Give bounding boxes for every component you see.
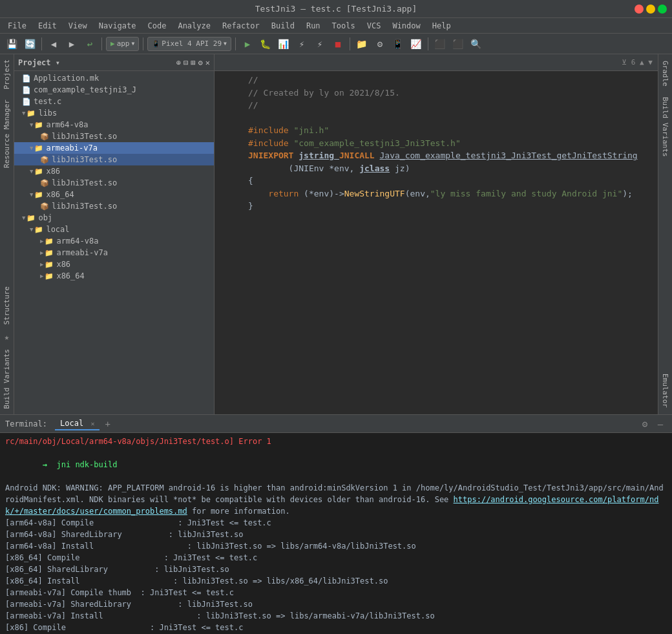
settings-icon[interactable]: ⚙ xyxy=(198,58,203,67)
back-button[interactable]: ◀ xyxy=(46,36,61,52)
tree-label-x86-64-obj: x86_64 xyxy=(56,271,84,280)
toolbar-separator-4 xyxy=(235,37,236,50)
tree-item-test-c[interactable]: 📄 test.c xyxy=(14,96,214,107)
tree-item-libs[interactable]: ▼ 📁 libs xyxy=(14,107,214,119)
tree-item-x86-64[interactable]: ▼ 📁 x86_64 xyxy=(14,189,214,200)
minimize-button[interactable] xyxy=(646,5,655,14)
terminal-content[interactable]: rc/main/obj/Local/arm64-v8a/objs/Jni3Tes… xyxy=(0,433,672,634)
arrow-armeabi-obj: ▶ xyxy=(40,249,43,256)
tree-item-libjni3-x86[interactable]: 📦 libJni3Test.so xyxy=(14,177,214,189)
menu-run[interactable]: Run xyxy=(301,20,326,32)
search-button[interactable]: 🔍 xyxy=(468,36,484,52)
code-line-4 xyxy=(215,112,658,125)
terminal-line-2: [arm64-v8a] SharedLibrary : libJni3Test.… xyxy=(5,529,667,540)
app-dropdown-arrow: ▼ xyxy=(132,41,135,47)
tree-item-libjni3-x86-64[interactable]: 📦 libJni3Test.so xyxy=(14,200,214,212)
undo-button[interactable]: ↩ xyxy=(82,36,98,52)
tree-item-armeabi-obj[interactable]: ▶ 📁 armeabi-v7a xyxy=(14,247,214,259)
tree-item-arm64-v8a[interactable]: ▼ 📁 arm64-v8a xyxy=(14,119,214,131)
menu-vcs[interactable]: VCS xyxy=(362,20,386,32)
sdk-manager[interactable]: ⚙ xyxy=(372,36,388,52)
toolbar: 💾 🔄 ◀ ▶ ↩ ▶ app ▼ 📱 Pixel 4 API 29 ▼ ▶ 🐛… xyxy=(0,34,672,54)
code-view[interactable]: // // Created by ly on 2021/8/15. // #in… xyxy=(215,71,658,414)
forward-button[interactable]: ▶ xyxy=(64,36,79,52)
tree-label-arm64-obj: arm64-v8a xyxy=(56,237,98,246)
code-line-9: { xyxy=(215,174,658,187)
sidebar-item-structure[interactable]: Structure xyxy=(1,281,13,330)
tree-label-arm64: arm64-v8a xyxy=(46,120,88,129)
menu-build[interactable]: Build xyxy=(266,20,300,32)
sidebar-item-build-variants-right[interactable]: Build Variants xyxy=(660,93,671,161)
terminal-tab-local-close[interactable]: ✕ xyxy=(90,420,94,427)
add-module-icon[interactable]: ⊕ xyxy=(176,58,181,67)
sidebar-item-build-variants[interactable]: Build Variants xyxy=(1,344,13,414)
project-tree: 📄 Application.mk 📄 com_example_testjni3_… xyxy=(14,71,214,414)
menu-window[interactable]: Window xyxy=(387,20,425,32)
tree-item-libjni3-armeabi[interactable]: 📦 libJni3Test.so xyxy=(14,154,214,165)
menu-analyze[interactable]: Analyze xyxy=(173,20,216,32)
tree-item-x86-64-obj[interactable]: ▶ 📁 x86_64 xyxy=(14,270,214,282)
save-button[interactable]: 💾 xyxy=(4,36,19,52)
app-label: app xyxy=(117,39,130,48)
menu-code[interactable]: Code xyxy=(143,20,172,32)
tree-item-libjni3-arm64[interactable]: 📦 libJni3Test.so xyxy=(14,131,214,142)
menu-refactor[interactable]: Refactor xyxy=(217,20,265,32)
tree-item-obj[interactable]: ▼ 📁 obj xyxy=(14,212,214,224)
terminal-line-warning: Android NDK: WARNING: APP_PLATFORM andro… xyxy=(5,482,667,517)
menu-help[interactable]: Help xyxy=(427,20,456,32)
folder-icon-obj: 📁 xyxy=(26,214,36,222)
favorites-icon[interactable]: ★ xyxy=(0,330,14,344)
debug-button[interactable]: 🐛 xyxy=(258,36,273,52)
tree-item-local[interactable]: ▼ 📁 local xyxy=(14,224,214,235)
terminal-tab-local[interactable]: Local ✕ xyxy=(55,417,100,430)
tree-item-arm64-obj[interactable]: ▶ 📁 arm64-v8a xyxy=(14,235,214,247)
sync-button[interactable]: 🔄 xyxy=(22,36,37,52)
stop-button[interactable]: ■ xyxy=(330,36,346,52)
apply-code-changes[interactable]: ⚡ xyxy=(312,36,328,52)
profiler-button[interactable]: 📈 xyxy=(408,36,424,52)
resource-manager[interactable]: ⬛ xyxy=(450,36,466,52)
terminal-label: Terminal: xyxy=(5,419,47,428)
avd-manager[interactable]: 📱 xyxy=(390,36,406,52)
sidebar-item-project[interactable]: Project xyxy=(1,54,13,94)
tree-item-application-mk[interactable]: 📄 Application.mk xyxy=(14,72,214,84)
menu-tools[interactable]: Tools xyxy=(327,20,361,32)
menu-file[interactable]: File xyxy=(3,20,32,32)
folder-icon-libs: 📁 xyxy=(26,109,36,118)
code-line-7: JNIEXPORT jstring JNICALL Java_com_examp… xyxy=(215,149,658,162)
panel-settings-button[interactable]: ⚙ xyxy=(638,417,651,430)
sidebar-item-emulator[interactable]: Emulator xyxy=(660,370,671,412)
terminal-tab-local-label: Local xyxy=(60,419,83,428)
tree-item-com-example[interactable]: 📄 com_example_testjni3_J xyxy=(14,84,214,96)
arrow-x86: ▼ xyxy=(30,168,33,174)
bottom-panel: Terminal: Local ✕ + ⚙ — rc/main/obj/Loca… xyxy=(0,414,672,634)
run-button[interactable]: ▶ xyxy=(240,36,255,52)
sidebar-item-resource-manager[interactable]: Resource Manager xyxy=(1,94,13,173)
terminal-tab-add[interactable]: + xyxy=(105,419,110,429)
collapse-all-icon[interactable]: ⊟ xyxy=(184,58,188,67)
maximize-button[interactable] xyxy=(658,5,667,14)
tree-item-x86[interactable]: ▼ 📁 x86 xyxy=(14,165,214,177)
folder-icon-x86-64: 📁 xyxy=(34,191,43,199)
close-button[interactable] xyxy=(635,5,644,14)
apply-changes[interactable]: ⚡ xyxy=(294,36,310,52)
device-selector[interactable]: 📱 Pixel 4 API 29 ▼ xyxy=(147,37,231,51)
terminal-line-4: [x86_64] Compile : Jni3Test <= test.c xyxy=(5,552,667,564)
toolbar-separator-2 xyxy=(101,37,102,50)
menu-view[interactable]: View xyxy=(63,20,92,32)
app-selector[interactable]: ▶ app ▼ xyxy=(106,37,139,51)
folder-icon-x86-64-obj: 📁 xyxy=(45,272,54,280)
sidebar-item-gradle[interactable]: Gradle xyxy=(660,57,671,90)
menu-edit[interactable]: Edit xyxy=(33,20,62,32)
tree-item-armeabi-v7a[interactable]: ▼ 📁 armeabi-v7a xyxy=(14,142,214,154)
close-panel-icon[interactable]: ✕ xyxy=(205,58,210,67)
layout-editor[interactable]: ⬛ xyxy=(432,36,448,52)
ndk-link[interactable]: https://android.googlesource.com/platfor… xyxy=(5,495,658,516)
code-line-5: #include "jni.h" xyxy=(215,124,658,137)
panel-close-button[interactable]: — xyxy=(654,417,667,430)
tree-item-x86-obj[interactable]: ▶ 📁 x86 xyxy=(14,259,214,270)
expand-all-icon[interactable]: ⊞ xyxy=(191,58,195,67)
menu-navigate[interactable]: Navigate xyxy=(94,20,142,32)
device-file-explorer[interactable]: 📁 xyxy=(354,36,370,52)
run-with-coverage[interactable]: 📊 xyxy=(276,36,291,52)
